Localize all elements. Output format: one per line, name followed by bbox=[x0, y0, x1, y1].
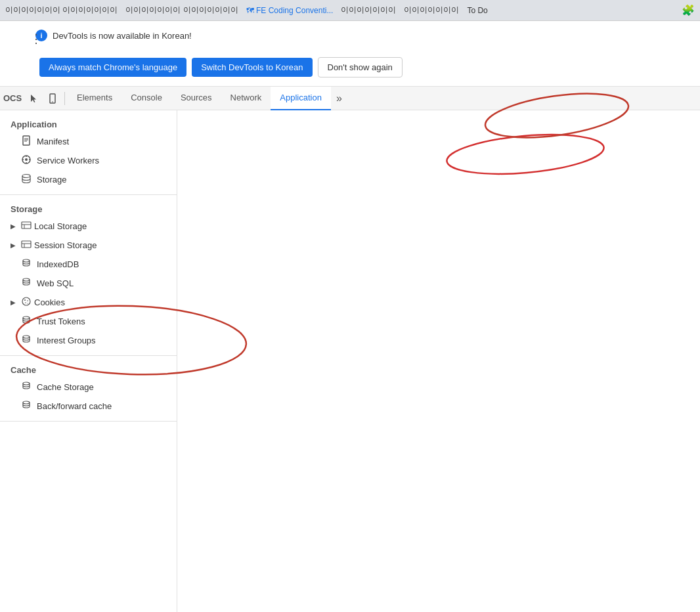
svg-point-29 bbox=[23, 401, 30, 404]
notification-message: DevTools is now available in Korean! bbox=[53, 31, 192, 41]
local-storage-arrow: ▶ bbox=[11, 223, 18, 230]
svg-point-23 bbox=[27, 300, 28, 301]
tab-elements[interactable]: Elements bbox=[68, 87, 121, 110]
sidebar-item-session-storage[interactable]: ▶ Session Storage bbox=[0, 236, 177, 255]
svg-point-28 bbox=[23, 382, 30, 385]
indexeddb-icon bbox=[21, 258, 32, 271]
panel-area bbox=[177, 110, 700, 612]
back-forward-cache-icon bbox=[21, 400, 32, 412]
notification-row: ⋮ i DevTools is now available in Korean! bbox=[11, 30, 689, 41]
tab-network[interactable]: Network bbox=[221, 87, 271, 110]
sidebar-item-indexeddb[interactable]: IndexedDB bbox=[0, 255, 177, 274]
sidebar-item-interest-groups[interactable]: Interest Groups bbox=[0, 331, 177, 350]
svg-point-19 bbox=[23, 259, 30, 262]
always-match-button[interactable]: Always match Chrome's language bbox=[39, 58, 186, 77]
svg-point-26 bbox=[23, 317, 30, 319]
browser-tab-5[interactable]: 이이이이이이이 bbox=[404, 5, 459, 16]
sidebar-section-title-application: Application bbox=[0, 116, 177, 132]
sidebar-item-manifest[interactable]: Manifest bbox=[0, 132, 177, 151]
mobile-icon-btn[interactable] bbox=[43, 89, 62, 108]
tabs-bar: OCS Elements Console Sources Network App… bbox=[0, 87, 700, 110]
sidebar-item-web-sql[interactable]: Web SQL bbox=[0, 274, 177, 293]
left-panel-label: OCS bbox=[3, 93, 22, 103]
main-content: Application Manifest bbox=[0, 110, 700, 612]
three-dot-menu[interactable]: ⋮ bbox=[25, 30, 47, 48]
storage-icon bbox=[21, 173, 32, 186]
session-storage-icon bbox=[21, 239, 32, 251]
svg-rect-13 bbox=[22, 222, 31, 229]
cookies-icon bbox=[21, 296, 32, 309]
service-workers-icon bbox=[21, 154, 32, 167]
tabs-divider bbox=[64, 92, 65, 105]
svg-point-25 bbox=[27, 303, 28, 303]
browser-top-bar: 이이이이이이이 이이이이이이이 이이이이이이이 이이이이이이이 🗺 FE Cod… bbox=[0, 0, 700, 21]
browser-tab-active[interactable]: 🗺 FE Coding Conventi... bbox=[246, 6, 334, 15]
notification-buttons: Always match Chrome's language Switch De… bbox=[11, 57, 403, 77]
svg-rect-2 bbox=[23, 136, 30, 145]
sidebar-item-cookies[interactable]: ▶ Cookies bbox=[0, 293, 177, 312]
sidebar-section-title-storage: Storage bbox=[0, 200, 177, 217]
extension-icon: 🧩 bbox=[682, 4, 695, 16]
browser-tab-4[interactable]: 이이이이이이이 bbox=[341, 5, 396, 16]
svg-point-27 bbox=[23, 336, 30, 338]
more-tabs-button[interactable]: » bbox=[331, 87, 347, 110]
manifest-icon bbox=[21, 135, 32, 148]
devtools-panel: ⋮ i DevTools is now available in Korean!… bbox=[0, 21, 700, 612]
sidebar-section-application: Application Manifest bbox=[0, 110, 177, 195]
svg-rect-16 bbox=[22, 241, 31, 248]
web-sql-icon bbox=[21, 277, 32, 290]
svg-point-12 bbox=[22, 175, 30, 178]
svg-point-30 bbox=[445, 129, 605, 180]
sidebar-section-title-cache: Cache bbox=[0, 361, 177, 378]
svg-point-24 bbox=[25, 302, 26, 303]
svg-point-7 bbox=[25, 158, 28, 161]
tab-sources[interactable]: Sources bbox=[171, 87, 221, 110]
svg-point-20 bbox=[23, 278, 30, 281]
sidebar-section-cache: Cache Cache Storage bbox=[0, 356, 177, 422]
svg-point-21 bbox=[22, 297, 30, 305]
trust-tokens-icon bbox=[21, 315, 32, 328]
annotation-overlay bbox=[177, 110, 700, 612]
browser-tab-todo[interactable]: To Do bbox=[467, 6, 487, 15]
tab-application[interactable]: Application bbox=[271, 87, 331, 110]
cache-storage-icon bbox=[21, 381, 32, 393]
notification-bar: ⋮ i DevTools is now available in Korean!… bbox=[0, 21, 700, 87]
sidebar: Application Manifest bbox=[0, 110, 177, 612]
dont-show-again-button[interactable]: Don't show again bbox=[318, 57, 403, 77]
svg-point-22 bbox=[24, 299, 26, 301]
sidebar-item-local-storage[interactable]: ▶ Local Storage bbox=[0, 217, 177, 236]
sidebar-item-back-forward-cache[interactable]: Back/forward cache bbox=[0, 397, 177, 416]
browser-tab-2[interactable]: 이이이이이이이 이이이이이이이 bbox=[125, 5, 238, 16]
sidebar-section-storage: Storage ▶ Local Storage ▶ bbox=[0, 195, 177, 356]
interest-groups-icon bbox=[21, 334, 32, 347]
cookies-arrow: ▶ bbox=[11, 299, 18, 306]
cursor-icon-btn[interactable] bbox=[25, 89, 43, 108]
switch-devtools-button[interactable]: Switch DevTools to Korean bbox=[192, 58, 312, 77]
session-storage-arrow: ▶ bbox=[11, 242, 18, 249]
svg-point-1 bbox=[52, 101, 53, 102]
sidebar-item-storage[interactable]: Storage bbox=[0, 170, 177, 189]
local-storage-icon bbox=[21, 220, 32, 232]
browser-tab-1[interactable]: 이이이이이이이 이이이이이이이 bbox=[5, 5, 118, 16]
tab-console[interactable]: Console bbox=[121, 87, 171, 110]
sidebar-item-service-workers[interactable]: Service Workers bbox=[0, 151, 177, 170]
sidebar-item-cache-storage[interactable]: Cache Storage bbox=[0, 378, 177, 397]
sidebar-item-trust-tokens[interactable]: Trust Tokens bbox=[0, 312, 177, 331]
